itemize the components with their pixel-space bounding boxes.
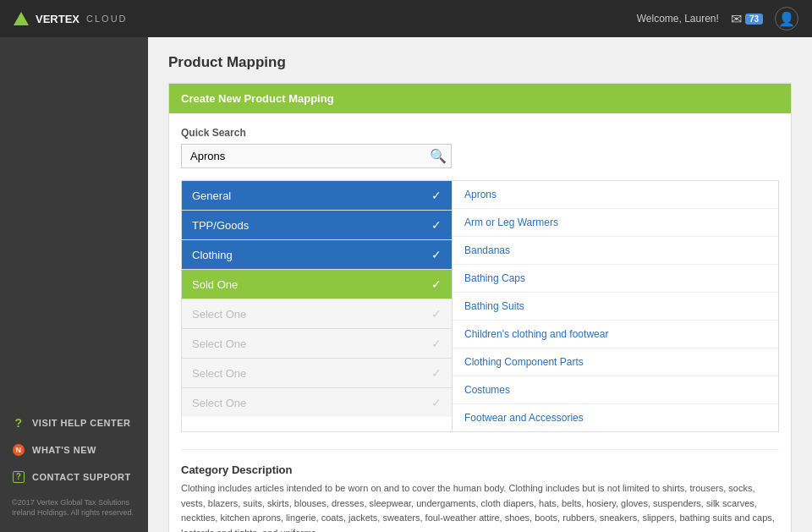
taxonomy-item-select-one-4[interactable]: Select One ✓ xyxy=(182,359,452,388)
logo: VERTEX CLOUD xyxy=(14,12,128,25)
new-badge-icon: N xyxy=(13,444,25,456)
check-select-one-3-icon: ✓ xyxy=(431,337,442,350)
check-tpp-icon: ✓ xyxy=(431,218,442,232)
main-content: Product Mapping Create New Product Mappi… xyxy=(148,37,812,532)
category-description-section: Category Description Clothing includes a… xyxy=(181,449,779,532)
category-description-title: Category Description xyxy=(181,463,779,476)
product-mapping-card-header: Create New Product Mapping xyxy=(169,84,791,113)
user-avatar-icon: 👤 xyxy=(778,11,795,27)
category-description-text: Clothing includes articles intended to b… xyxy=(181,481,779,532)
search-wrap: 🔍 xyxy=(181,144,452,168)
sidebar-new-label: What's New xyxy=(32,445,96,455)
taxonomy-item-select-one-2-label: Select One xyxy=(192,308,246,321)
sidebar-footer: ©2017 Vertex Global Tax Solutions Irelan… xyxy=(0,489,148,518)
search-icon: 🔍 xyxy=(430,148,447,164)
result-item-childrens[interactable]: Children's clothing and footwear xyxy=(453,321,778,348)
check-select-one-5-icon: ✓ xyxy=(431,396,442,409)
logo-triangle-icon xyxy=(14,12,29,25)
layout: ? Visit Help Center N What's New ? Conta… xyxy=(0,37,812,532)
taxonomy-item-select-one-5[interactable]: Select One ✓ xyxy=(182,388,452,417)
taxonomy-item-clothing[interactable]: Clothing ✓ xyxy=(182,240,452,270)
result-item-component-parts[interactable]: Clothing Component Parts xyxy=(453,348,778,376)
sidebar-item-help[interactable]: ? Visit Help Center xyxy=(0,411,148,435)
results-list: Aprons Arm or Leg Warmers Bandanas Bathi… xyxy=(452,180,779,432)
product-mapping-card-body: Quick Search 🔍 General ✓ xyxy=(169,113,791,532)
taxonomy-item-select-one-active-label: Sold One xyxy=(192,278,238,291)
sidebar-item-new[interactable]: N What's New xyxy=(0,438,148,462)
product-mapping-card: Create New Product Mapping Quick Search … xyxy=(168,83,792,532)
search-input[interactable] xyxy=(181,144,452,168)
taxonomy-item-tpp[interactable]: TPP/Goods ✓ xyxy=(182,211,452,240)
taxonomy-item-tpp-label: TPP/Goods xyxy=(192,219,249,232)
result-item-arm-leg[interactable]: Arm or Leg Warmers xyxy=(453,209,778,237)
result-item-aprons[interactable]: Aprons xyxy=(453,181,778,209)
support-badge-icon: ? xyxy=(13,471,25,483)
product-mapping-title: Product Mapping xyxy=(168,54,792,71)
quick-search-label: Quick Search xyxy=(181,127,779,139)
taxonomy-item-select-one-active[interactable]: Sold One ✓ xyxy=(182,270,452,299)
taxonomy-item-select-one-5-label: Select One xyxy=(192,397,246,409)
welcome-text: Welcome, Lauren! xyxy=(637,13,719,25)
taxonomy-item-select-one-4-label: Select One xyxy=(192,367,246,380)
taxonomy-item-general[interactable]: General ✓ xyxy=(182,181,452,211)
taxonomy-item-select-one-3-label: Select One xyxy=(192,337,246,350)
mail-icon: ✉ xyxy=(731,11,742,27)
sidebar-help-label: Visit Help Center xyxy=(32,418,130,428)
taxonomy-results: General ✓ TPP/Goods ✓ Clothing ✓ Sold xyxy=(181,180,779,432)
logo-cloud-text: CLOUD xyxy=(86,14,128,24)
new-icon: N xyxy=(12,443,25,457)
check-select-one-2-icon: ✓ xyxy=(431,307,442,321)
mail-badge[interactable]: 73 xyxy=(745,14,763,25)
result-item-footwear[interactable]: Footwear and Accessories xyxy=(453,404,778,431)
taxonomy-item-select-one-2[interactable]: Select One ✓ xyxy=(182,299,452,329)
check-general-icon: ✓ xyxy=(431,189,442,202)
sidebar: ? Visit Help Center N What's New ? Conta… xyxy=(0,37,148,532)
result-item-bathing-caps[interactable]: Bathing Caps xyxy=(453,265,778,293)
sidebar-links: ? Visit Help Center N What's New ? Conta… xyxy=(0,411,148,489)
support-icon: ? xyxy=(12,470,25,484)
check-select-one-4-icon: ✓ xyxy=(431,366,442,380)
check-clothing-icon: ✓ xyxy=(431,248,442,261)
result-item-costumes[interactable]: Costumes xyxy=(453,376,778,404)
sidebar-support-label: Contact Support xyxy=(32,472,131,482)
help-icon: ? xyxy=(12,416,25,430)
search-button[interactable]: 🔍 xyxy=(425,144,452,168)
sidebar-item-support[interactable]: ? Contact Support xyxy=(0,465,148,489)
logo-vertex-text: VERTEX xyxy=(36,13,80,25)
header: VERTEX CLOUD Welcome, Lauren! ✉ 73 👤 xyxy=(0,0,812,37)
mail-icon-wrap[interactable]: ✉ 73 xyxy=(731,11,763,27)
taxonomy-item-clothing-label: Clothing xyxy=(192,249,233,261)
check-select-one-active-icon: ✓ xyxy=(431,277,442,291)
header-right: Welcome, Lauren! ✉ 73 👤 xyxy=(637,7,798,30)
user-icon[interactable]: 👤 xyxy=(775,7,798,30)
result-item-bathing-suits[interactable]: Bathing Suits xyxy=(453,293,778,321)
result-item-bandanas[interactable]: Bandanas xyxy=(453,237,778,265)
taxonomy-tree: General ✓ TPP/Goods ✓ Clothing ✓ Sold xyxy=(181,180,452,432)
taxonomy-item-general-label: General xyxy=(192,189,231,202)
taxonomy-item-select-one-3[interactable]: Select One ✓ xyxy=(182,329,452,359)
